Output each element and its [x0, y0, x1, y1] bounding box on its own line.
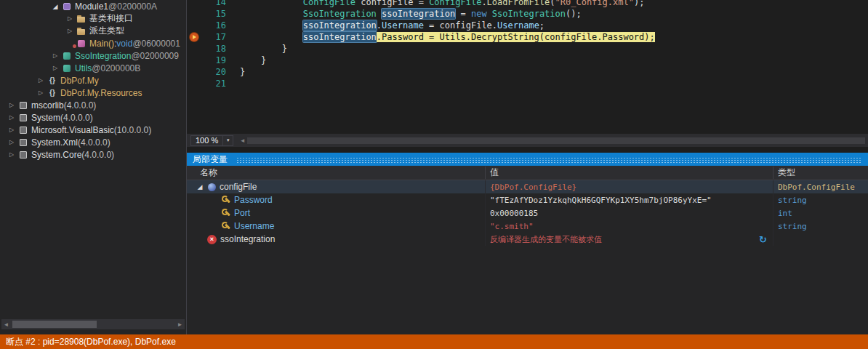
locals-row[interactable]: Password"fTEzAfYDoz1YzkqhQkH6GQFYKp1XY5h… — [187, 193, 868, 206]
scroll-right-arrow-icon[interactable]: ► — [175, 321, 185, 328]
tree-item[interactable]: ▷Microsoft.VisualBasic (10.0.0.0) — [0, 124, 186, 136]
status-text: 断点 #2 : pid=28908(DbPof.exe), DbPof.exe — [6, 336, 176, 348]
symbol-highlight: ssoIntegration — [382, 9, 455, 19]
expander-closed-icon[interactable]: ▷ — [6, 102, 17, 108]
tree-item[interactable]: ▷System.Core (4.0.0.0) — [0, 148, 186, 161]
tree-item-label: (4.0.0.0) — [81, 150, 114, 160]
expander-closed-icon[interactable]: ▷ — [49, 52, 61, 59]
tree-item[interactable]: ▷派生类型 — [0, 25, 186, 37]
line-number[interactable]: 21 — [187, 78, 226, 89]
code-line: } — [240, 66, 655, 78]
code-token: = — [455, 9, 471, 19]
tree-item-label: Utils — [75, 63, 92, 73]
scrollbar-thumb[interactable] — [12, 321, 97, 328]
locals-rows: ◢configFile{DbPof.ConfigFile}DbPof.Confi… — [187, 180, 868, 246]
tree-item[interactable]: ▷{}DbPof.My.Resources — [0, 87, 186, 99]
code-token: ConfigFile — [429, 0, 481, 7]
code-token: . — [481, 0, 486, 7]
expander-closed-icon[interactable]: ▷ — [6, 139, 17, 145]
line-number[interactable]: 16 — [187, 20, 226, 31]
editor-and-debug-pane: 1415161718192021 ConfigFile configFile =… — [187, 0, 868, 334]
wrench-icon — [220, 194, 232, 206]
tree-item[interactable]: ▷基类和接口 — [0, 12, 186, 25]
line-number[interactable]: 20 — [187, 66, 226, 78]
code-token: SsoIntegration — [492, 9, 566, 19]
expander-closed-icon[interactable]: ▷ — [6, 114, 17, 121]
tree-item[interactable]: Main() : void @06000001 — [0, 37, 186, 49]
locals-panel: 局部变量 名称 值 类型 ◢configFile{DbPof.ConfigFil… — [187, 153, 868, 334]
tree-item[interactable]: ▷SsoIntegration @02000009 — [0, 49, 186, 62]
titlebar-grip-texture — [236, 156, 862, 163]
code-editor[interactable]: 1415161718192021 ConfigFile configFile =… — [187, 0, 868, 134]
assembly-explorer-pane: ◢Module1 @0200000A▷基类和接口▷派生类型Main() : vo… — [0, 0, 187, 334]
scroll-left-arrow-icon[interactable]: ◄ — [1, 321, 11, 328]
code-token: ConfigFile — [303, 0, 355, 7]
editor-horizontal-scrollbar[interactable]: ◄ — [238, 137, 865, 144]
tree-item[interactable]: ◢Module1 @0200000A — [0, 0, 186, 12]
namespace-icon: {} — [47, 87, 58, 99]
breakpoint-current-statement-icon[interactable] — [190, 33, 198, 41]
expander-closed-icon[interactable]: ▷ — [64, 15, 76, 22]
code-token: configFile — [440, 20, 492, 31]
tree-item-label: (4.0.0.0) — [78, 137, 110, 148]
line-number[interactable]: 14 — [187, 0, 226, 8]
wrench-icon — [220, 220, 232, 232]
symbol-highlight: ssoIntegration — [303, 20, 377, 31]
locals-panel-titlebar[interactable]: 局部变量 — [187, 153, 868, 166]
scrollbar-thumb[interactable] — [247, 137, 865, 144]
tree-item-label: 派生类型 — [89, 25, 124, 37]
tree-item[interactable]: ▷{}DbPof.My — [0, 74, 186, 87]
line-number[interactable]: 18 — [187, 43, 226, 55]
variable-name: ssoIntegration — [220, 234, 275, 244]
refresh-icon[interactable]: ↻ — [759, 234, 767, 245]
expander-closed-icon[interactable]: ▷ — [35, 77, 47, 84]
code-lines[interactable]: ConfigFile configFile = ConfigFile.LoadF… — [226, 0, 655, 89]
code-token: ( — [550, 0, 555, 7]
tree-item-label: Microsoft.VisualBasic — [31, 125, 114, 135]
tree-item[interactable]: ▷Utils @0200000B — [0, 62, 186, 74]
column-header-type[interactable]: 类型 — [773, 167, 868, 179]
code-token: } — [261, 55, 266, 65]
code-line: ssoIntegration.Password = Utils.DecryptS… — [240, 31, 655, 43]
code-token: configFile — [361, 0, 413, 7]
variable-value: 0x00000185 — [490, 209, 538, 218]
locals-row[interactable]: ×ssoIntegration反编译器生成的变量不能被求值↻ — [187, 233, 868, 246]
line-number[interactable]: 15 — [187, 8, 226, 20]
code-line: ConfigFile configFile = ConfigFile.LoadF… — [240, 0, 655, 8]
code-token: Username — [497, 20, 539, 31]
tree-item-label: 基类和接口 — [89, 12, 133, 25]
locals-row[interactable]: Port0x00000185int — [187, 206, 868, 220]
tree-item-label: System.Core — [31, 150, 81, 160]
tree-item-label: SsoIntegration — [75, 51, 131, 61]
column-header-value[interactable]: 值 — [486, 167, 773, 179]
expander-closed-icon[interactable]: ▷ — [35, 89, 47, 96]
expander-closed-icon[interactable]: ▷ — [64, 28, 76, 34]
expander-closed-icon[interactable]: ▷ — [49, 65, 61, 71]
code-token: SsoIntegration — [303, 9, 377, 19]
tree-item[interactable]: ▷System (4.0.0.0) — [0, 111, 186, 124]
expander-closed-icon[interactable]: ▷ — [6, 127, 17, 133]
scroll-left-arrow-icon[interactable]: ◄ — [238, 137, 247, 144]
tree-item[interactable]: ▷System.Xml (4.0.0.0) — [0, 136, 186, 148]
zoom-level-control[interactable]: 100 % — [190, 135, 223, 146]
line-number[interactable]: 19 — [187, 55, 226, 66]
tree-item[interactable]: ▷mscorlib (4.0.0.0) — [0, 99, 186, 111]
variable-type: string — [778, 222, 807, 231]
expander-open-icon[interactable]: ◢ — [194, 183, 206, 190]
locals-row[interactable]: ◢configFile{DbPof.ConfigFile}DbPof.Confi… — [187, 180, 868, 193]
code-token: = — [413, 0, 429, 7]
expander-closed-icon[interactable]: ▷ — [6, 151, 17, 158]
code-token: Username — [382, 20, 424, 31]
tree-item-label: DbPof.My — [60, 76, 99, 86]
tree-horizontal-scrollbar[interactable]: ◄ ► — [1, 319, 185, 329]
variable-type: DbPof.ConfigFile — [778, 182, 855, 192]
locals-row[interactable]: Username"c.smith"string — [187, 220, 868, 233]
column-header-name[interactable]: 名称 — [187, 167, 486, 179]
code-line: } — [240, 55, 655, 66]
tree-item-label: (10.0.0.0) — [114, 125, 151, 135]
zoom-dropdown-icon[interactable]: ▾ — [223, 135, 233, 146]
debug-status-bar: 断点 #2 : pid=28908(DbPof.exe), DbPof.exe — [0, 334, 868, 349]
expander-open-icon[interactable]: ◢ — [49, 3, 61, 10]
folder-icon — [76, 13, 87, 25]
code-token: ); — [634, 0, 644, 7]
